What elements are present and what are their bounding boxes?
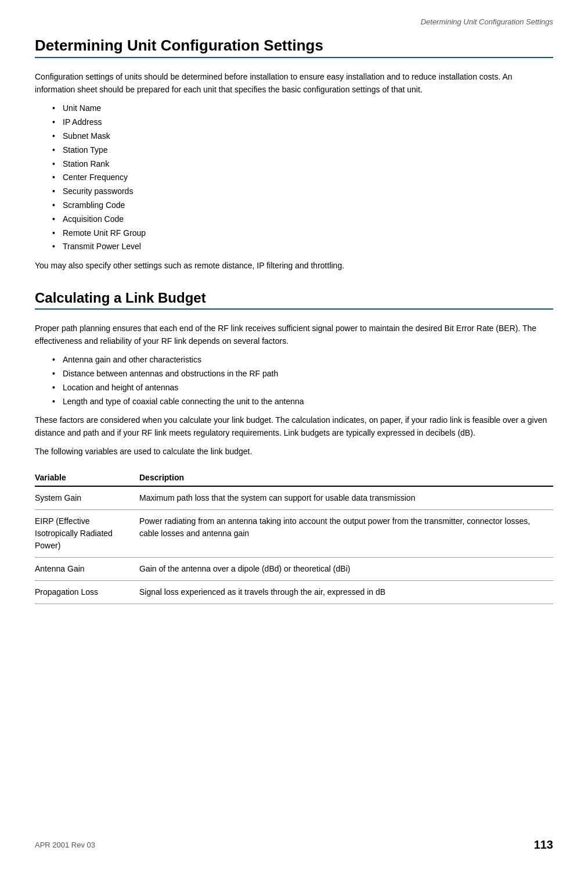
table-cell-variable: Propagation Loss	[35, 581, 139, 604]
section1-note: You may also specify other settings such…	[35, 260, 553, 272]
header-title: Determining Unit Configuration Settings	[421, 17, 553, 26]
table-cell-description: Signal loss experienced as it travels th…	[139, 581, 553, 604]
section2-para2: These factors are considered when you ca…	[35, 414, 553, 439]
list-item: Antenna gain and other characteristics	[52, 353, 553, 367]
table-row: System Gain Maximum path loss that the s…	[35, 486, 553, 510]
section2-title: Calculating a Link Budget	[35, 290, 553, 310]
footer-page-number: 113	[534, 838, 553, 852]
section2-para3: The following variables are used to calc…	[35, 446, 553, 458]
table-cell-variable: EIRP (Effective Isotropically Radiated P…	[35, 510, 139, 558]
section1-intro: Configuration settings of units should b…	[35, 71, 553, 96]
list-item: Center Frequency	[52, 171, 553, 185]
link-budget-table-wrapper: Variable Description System Gain Maximum…	[35, 468, 553, 604]
list-item: Station Type	[52, 143, 553, 157]
page-header: Determining Unit Configuration Settings	[35, 17, 553, 26]
list-item: Location and height of antennas	[52, 381, 553, 395]
page: Determining Unit Configuration Settings …	[0, 0, 588, 869]
list-item: Scrambling Code	[52, 199, 553, 213]
list-item: Unit Name	[52, 102, 553, 116]
list-item: Transmit Power Level	[52, 240, 553, 254]
link-budget-table: Variable Description System Gain Maximum…	[35, 468, 553, 604]
list-item: Length and type of coaxial cable connect…	[52, 395, 553, 409]
table-cell-variable: System Gain	[35, 486, 139, 510]
list-item: Station Rank	[52, 157, 553, 171]
col-variable: Variable	[35, 468, 139, 486]
section2-intro1: Proper path planning ensures that each e…	[35, 322, 553, 347]
section1-heading-wrapper: Determining Unit Configuration Settings	[35, 37, 553, 62]
col-description: Description	[139, 468, 553, 486]
list-item: Remote Unit RF Group	[52, 227, 553, 240]
list-item: IP Address	[52, 116, 553, 130]
list-item: Distance between antennas and obstructio…	[52, 367, 553, 381]
section1-title: Determining Unit Configuration Settings	[35, 37, 553, 58]
section2-heading-wrapper: Calculating a Link Budget	[35, 290, 553, 313]
page-footer: APR 2001 Rev 03 113	[35, 838, 553, 852]
section1-bullet-list: Unit Name IP Address Subnet Mask Station…	[52, 102, 553, 254]
table-header-row: Variable Description	[35, 468, 553, 486]
footer-revision: APR 2001 Rev 03	[35, 841, 95, 849]
table-row: Propagation Loss Signal loss experienced…	[35, 581, 553, 604]
table-row: Antenna Gain Gain of the antenna over a …	[35, 558, 553, 581]
section2-bullet-list: Antenna gain and other characteristics D…	[52, 353, 553, 408]
table-cell-description: Gain of the antenna over a dipole (dBd) …	[139, 558, 553, 581]
list-item: Acquisition Code	[52, 213, 553, 227]
list-item: Subnet Mask	[52, 130, 553, 143]
table-cell-description: Maximum path loss that the system can su…	[139, 486, 553, 510]
list-item: Security passwords	[52, 185, 553, 199]
table-cell-description: Power radiating from an antenna taking i…	[139, 510, 553, 558]
table-cell-variable: Antenna Gain	[35, 558, 139, 581]
table-row: EIRP (Effective Isotropically Radiated P…	[35, 510, 553, 558]
